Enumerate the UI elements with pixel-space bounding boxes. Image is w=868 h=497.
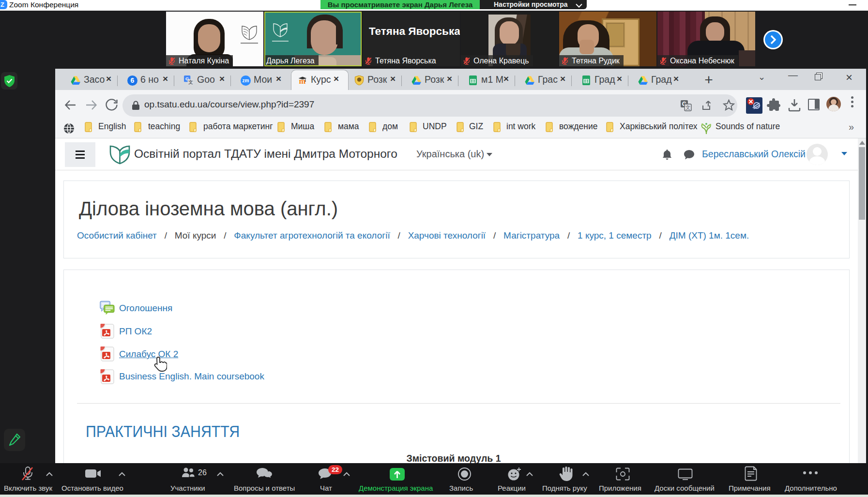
svg-text:文: 文: [685, 105, 691, 110]
svg-text:文: 文: [188, 79, 193, 85]
